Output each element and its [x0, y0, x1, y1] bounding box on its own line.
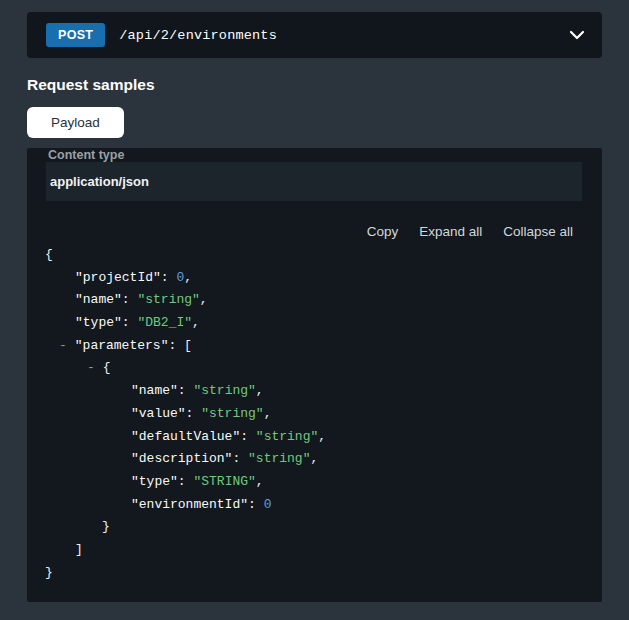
action-collapse-all-button[interactable]: Collapse all [503, 222, 573, 240]
code-token-punct: : [232, 451, 248, 466]
content-type-label: Content type [48, 148, 602, 162]
code-token-punct: { [45, 247, 53, 262]
collapse-toggle-icon[interactable]: - [87, 360, 95, 375]
code-line: { [27, 244, 602, 267]
code-token-punct: ] [75, 542, 83, 557]
code-token-str: "string" [201, 406, 263, 421]
code-line: "name": "string", [27, 289, 602, 312]
tab-payload-label: Payload [51, 115, 100, 130]
code-token-key: "environmentId" [131, 497, 248, 512]
code-token-key: "value" [131, 406, 186, 421]
code-line: "type": "DB2_I", [27, 312, 602, 335]
code-token-key: "name" [131, 383, 178, 398]
content-type-value: application/json [50, 174, 149, 189]
code-token-key: "description" [131, 451, 232, 466]
code-line: "type": "STRING", [27, 471, 602, 494]
http-method-badge: POST [46, 23, 105, 47]
code-line: "environmentId": 0 [27, 494, 602, 517]
code-line: } [27, 516, 602, 539]
code-line: "projectId": 0, [27, 267, 602, 290]
code-token-punct: , [264, 406, 272, 421]
code-token-str: "string" [137, 292, 199, 307]
code-token-punct: : [122, 315, 138, 330]
tab-payload[interactable]: Payload [27, 107, 124, 138]
code-token-punct: , [256, 474, 264, 489]
code-token-punct: } [102, 519, 110, 534]
code-token-punct: , [184, 270, 192, 285]
code-token-str: "STRING" [193, 474, 255, 489]
code-token-str: "DB2_I" [137, 315, 192, 330]
code-token-punct: , [256, 383, 264, 398]
action-copy-button[interactable]: Copy [367, 222, 399, 240]
code-line: } [27, 562, 602, 585]
code-token-punct: : [178, 474, 194, 489]
code-line: "defaultValue": "string", [27, 426, 602, 449]
request-samples-title: Request samples [27, 76, 602, 94]
code-token-punct: : [186, 406, 202, 421]
code-token-punct: : [248, 497, 264, 512]
code-line: -"parameters": [ [27, 335, 602, 358]
code-token-num: 0 [264, 497, 272, 512]
code-token-str: "string" [193, 383, 255, 398]
request-sample-panel: Content type application/json CopyExpand… [27, 148, 602, 602]
code-token-key: "projectId" [75, 270, 161, 285]
code-token-key: "defaultValue" [131, 429, 240, 444]
code-token-str: "string" [248, 451, 310, 466]
endpoint-path: /api/2/environments [119, 28, 277, 43]
endpoint-header[interactable]: POST /api/2/environments [27, 12, 602, 58]
code-token-key: "parameters" [75, 338, 169, 353]
code-token-key: "name" [75, 292, 122, 307]
code-token-punct: , [310, 451, 318, 466]
code-token-punct: , [192, 315, 200, 330]
code-actions: CopyExpand allCollapse all [27, 222, 573, 240]
code-token-key: "type" [75, 315, 122, 330]
code-token-punct: , [318, 429, 326, 444]
sample-tabs: Payload [27, 107, 602, 138]
code-line: "name": "string", [27, 380, 602, 403]
code-token-punct: } [45, 565, 53, 580]
code-line: "description": "string", [27, 448, 602, 471]
chevron-down-icon[interactable] [569, 30, 585, 40]
code-token-punct: : [178, 383, 194, 398]
action-expand-all-button[interactable]: Expand all [419, 222, 482, 240]
code-line: ] [27, 539, 602, 562]
code-line: -{ [27, 357, 602, 380]
page-background: { "endpoint": { "method": "POST", "path"… [0, 0, 629, 620]
code-token-key: "type" [131, 474, 178, 489]
json-code-block: {"projectId": 0,"name": "string","type":… [27, 244, 602, 584]
code-token-punct: { [103, 360, 111, 375]
code-token-str: "string" [256, 429, 318, 444]
code-token-punct: : [161, 270, 177, 285]
collapse-toggle-icon[interactable]: - [59, 338, 67, 353]
code-token-punct: : [ [168, 338, 191, 353]
operation-sample-section: POST /api/2/environments Request samples… [27, 12, 602, 602]
code-token-punct: : [122, 292, 138, 307]
content-type-dropdown[interactable]: application/json [46, 162, 582, 201]
code-token-punct: , [200, 292, 208, 307]
code-line: "value": "string", [27, 403, 602, 426]
code-token-punct: : [240, 429, 256, 444]
